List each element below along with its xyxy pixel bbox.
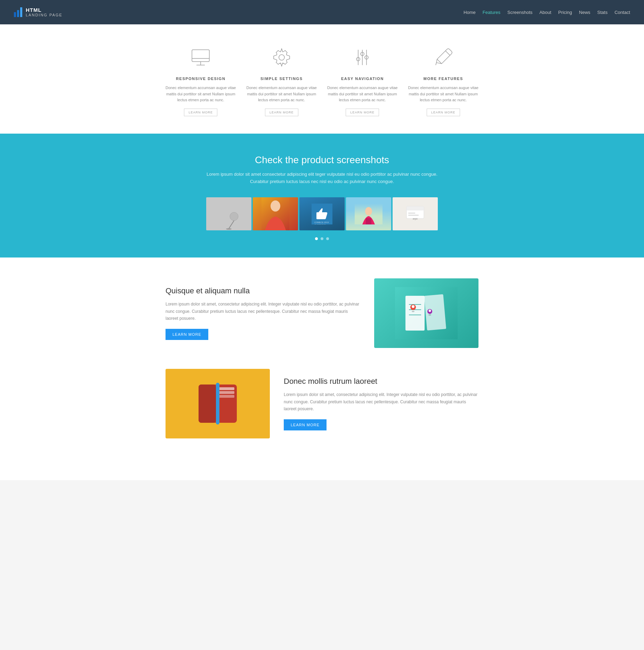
- svg-rect-33: [424, 294, 446, 331]
- svg-line-13: [436, 63, 436, 65]
- svg-point-4: [279, 55, 284, 60]
- logo-subtitle: LANDING PAGE: [26, 13, 63, 17]
- dot-1[interactable]: [315, 237, 318, 240]
- svg-point-39: [412, 305, 414, 308]
- about-1-title: Quisque et aliquam nulla: [166, 286, 360, 295]
- site-header: HTML LANDING PAGE Home Features Screensh…: [0, 0, 644, 24]
- svg-text:CURTINDO!: CURTINDO!: [314, 224, 326, 224]
- logo-html: HTML: [26, 7, 63, 13]
- settings-icon: [269, 45, 294, 70]
- svg-point-41: [428, 314, 431, 316]
- gallery-item-5[interactable]: arpo: [393, 197, 438, 230]
- about-row-2: Donec mollis rutrum laoreet Lorem ipsum …: [166, 369, 478, 438]
- feature-4-desc: Donec elementum accumsan augue vitae mat…: [408, 85, 479, 103]
- about-section: Quisque et aliquam nulla Lorem ipsum dol…: [0, 257, 644, 480]
- svg-point-38: [412, 311, 414, 312]
- svg-rect-28: [408, 213, 415, 214]
- feature-4-title: MORE FEATURES: [408, 77, 479, 81]
- nav-stats[interactable]: Stats: [597, 10, 608, 15]
- svg-rect-0: [192, 50, 209, 62]
- svg-point-16: [226, 228, 232, 230]
- svg-point-14: [230, 212, 238, 221]
- feature-2-desc: Donec elementum accumsan augue vitae mat…: [247, 85, 317, 103]
- svg-rect-27: [406, 206, 424, 211]
- svg-point-18: [271, 200, 280, 212]
- svg-rect-48: [216, 383, 219, 425]
- about-2-image: [166, 369, 270, 438]
- svg-rect-29: [408, 215, 419, 216]
- main-nav: Home Features Screenshots About Pricing …: [464, 10, 630, 15]
- logo-icon: [14, 7, 22, 17]
- nav-features[interactable]: Features: [483, 10, 500, 15]
- features-section: RESPONSIVE DESIGN Donec elementum accums…: [0, 24, 644, 134]
- nav-news[interactable]: News: [579, 10, 590, 15]
- feature-navigation: EASY NAVIGATION Donec elementum accumsan…: [327, 45, 398, 116]
- feature-3-desc: Donec elementum accumsan augue vitae mat…: [327, 85, 398, 103]
- about-2-desc: Lorem ipsum dolor sit amet, consectetur …: [284, 391, 478, 412]
- about-1-btn[interactable]: LEARN MORE: [166, 329, 208, 340]
- about-1-image: [374, 278, 478, 348]
- dot-3[interactable]: [326, 237, 329, 240]
- feature-responsive: RESPONSIVE DESIGN Donec elementum accums…: [166, 45, 236, 116]
- features-grid: RESPONSIVE DESIGN Donec elementum accums…: [166, 45, 478, 116]
- svg-line-12: [445, 51, 450, 55]
- feature-settings: SIMPLE SETTINGS Donec elementum accumsan…: [247, 45, 317, 116]
- feature-3-btn[interactable]: LEARN MORE: [346, 109, 379, 116]
- feature-2-title: SIMPLE SETTINGS: [247, 77, 317, 81]
- pencil-icon: [431, 45, 456, 70]
- screenshots-desc: Lorem ipsum dolor sit amet consectetur a…: [14, 171, 630, 185]
- svg-point-42: [429, 310, 431, 312]
- feature-1-desc: Donec elementum accumsan augue vitae mat…: [166, 85, 236, 103]
- svg-rect-32: [405, 296, 425, 331]
- feature-4-btn[interactable]: LEARN MORE: [427, 109, 460, 116]
- nav-home[interactable]: Home: [464, 10, 476, 15]
- nav-contact[interactable]: Contact: [614, 10, 630, 15]
- svg-rect-20: [316, 212, 319, 219]
- about-2-btn[interactable]: LEARN MORE: [284, 419, 327, 430]
- nav-about[interactable]: About: [539, 10, 551, 15]
- gallery-item-1[interactable]: [206, 197, 251, 230]
- screenshots-title: Check the product screenshots: [14, 154, 630, 166]
- monitor-icon: [188, 45, 213, 70]
- gallery-item-4[interactable]: [346, 197, 391, 230]
- feature-more: MORE FEATURES Donec elementum accumsan a…: [408, 45, 479, 116]
- wallet-illustration: [166, 369, 270, 438]
- sliders-icon: [350, 45, 375, 70]
- dot-2[interactable]: [321, 237, 323, 240]
- map-illustration: [374, 278, 478, 348]
- feature-2-btn[interactable]: LEARN MORE: [265, 109, 298, 116]
- svg-point-24: [365, 207, 372, 215]
- feature-3-title: EASY NAVIGATION: [327, 77, 398, 81]
- gallery-item-3[interactable]: COMECE 2013 CURTINDO!: [299, 197, 345, 230]
- svg-line-15: [229, 221, 234, 229]
- about-2-text: Donec mollis rutrum laoreet Lorem ipsum …: [284, 377, 478, 430]
- about-row-1: Quisque et aliquam nulla Lorem ipsum dol…: [166, 278, 478, 348]
- screenshots-gallery: COMECE 2013 CURTINDO!: [14, 197, 630, 230]
- svg-rect-49: [199, 385, 216, 423]
- svg-rect-25: [366, 218, 371, 224]
- svg-text:arpo: arpo: [413, 217, 418, 220]
- logo-area: HTML LANDING PAGE: [14, 7, 63, 17]
- gallery-dots: [14, 237, 630, 240]
- about-2-title: Donec mollis rutrum laoreet: [284, 377, 478, 386]
- about-1-desc: Lorem ipsum dolor sit amet, consectetur …: [166, 301, 360, 322]
- gallery-item-2[interactable]: [253, 197, 298, 230]
- feature-1-btn[interactable]: LEARN MORE: [184, 109, 217, 116]
- logo-text: HTML LANDING PAGE: [26, 7, 63, 17]
- nav-pricing[interactable]: Pricing: [558, 10, 572, 15]
- feature-1-title: RESPONSIVE DESIGN: [166, 77, 236, 81]
- svg-text:COMECE 2013: COMECE 2013: [314, 221, 329, 223]
- nav-screenshots[interactable]: Screenshots: [507, 10, 532, 15]
- screenshots-section: Check the product screenshots Lorem ipsu…: [0, 134, 644, 258]
- about-1-text: Quisque et aliquam nulla Lorem ipsum dol…: [166, 286, 360, 340]
